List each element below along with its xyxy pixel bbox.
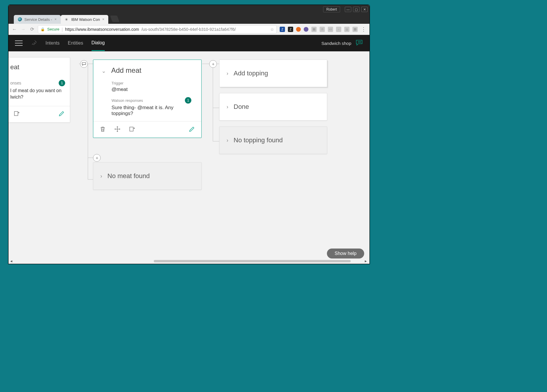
node-title: No topping found bbox=[234, 136, 283, 144]
window-close-button[interactable]: ✕ bbox=[361, 7, 368, 12]
tab-title: IBM Watson Con bbox=[71, 17, 100, 22]
browser-toolbar: ← → ⟳ 🔒 Secure | https://www.ibmwatsonco… bbox=[9, 24, 369, 35]
connector-line bbox=[88, 64, 88, 158]
svg-point-2 bbox=[360, 42, 361, 42]
browser-tab-service-details[interactable]: Service Details - × bbox=[14, 15, 61, 24]
node-title: Add meat bbox=[111, 66, 141, 75]
dialog-node-done[interactable]: › Done bbox=[219, 93, 327, 121]
watson-favicon-icon bbox=[65, 17, 69, 21]
delete-node-icon[interactable] bbox=[99, 126, 106, 134]
dialog-node-no-meat-found[interactable]: › No meat found bbox=[93, 162, 202, 190]
window-maximize-button[interactable]: ▢ bbox=[353, 7, 359, 12]
extension-monitor-icon[interactable]: ▭ bbox=[328, 27, 333, 32]
node-dialog-anchor-button[interactable] bbox=[80, 60, 88, 68]
scroll-track[interactable] bbox=[13, 260, 365, 263]
connector-line bbox=[88, 158, 93, 158]
nav-intents[interactable]: Intents bbox=[45, 36, 60, 50]
connector-line bbox=[88, 179, 93, 180]
edit-node-icon[interactable] bbox=[58, 110, 65, 118]
build-tools-icon[interactable] bbox=[31, 39, 37, 47]
extensions-row: Z Z ▦ ⧈ ▭ ◦ ◘ ▩ ⋮ bbox=[280, 26, 367, 33]
nav-back-icon[interactable]: ← bbox=[11, 27, 17, 32]
node-title: No meat found bbox=[107, 172, 150, 180]
scroll-thumb[interactable] bbox=[154, 260, 351, 262]
menu-hamburger-icon[interactable] bbox=[15, 40, 23, 46]
nav-reload-icon[interactable]: ⟳ bbox=[29, 26, 35, 32]
extension-purple-icon[interactable] bbox=[304, 27, 308, 32]
chevron-right-icon: › bbox=[100, 173, 102, 179]
responses-label-fragment: onses bbox=[10, 81, 21, 85]
dialog-node-add-topping[interactable]: › Add topping bbox=[219, 60, 327, 87]
add-child-node-button[interactable]: ＋ bbox=[209, 60, 217, 68]
nav-forward-icon[interactable]: → bbox=[20, 27, 26, 32]
try-it-chat-icon[interactable] bbox=[355, 39, 363, 47]
connector-line bbox=[213, 64, 213, 141]
os-titlebar: Robert — ▢ ✕ bbox=[9, 5, 369, 14]
connector-line bbox=[213, 108, 220, 108]
chevron-right-icon: › bbox=[227, 104, 228, 110]
export-node-icon[interactable] bbox=[13, 110, 20, 118]
bookmark-star-icon[interactable]: ☆ bbox=[270, 27, 274, 32]
url-path: /us-south/3478258e-b450-44ef-b310-921a1f… bbox=[141, 27, 236, 32]
responses-count-badge: 1 bbox=[185, 97, 191, 104]
dialog-node-no-topping-found[interactable]: › No topping found bbox=[219, 126, 327, 154]
trigger-value: @meat bbox=[112, 87, 191, 92]
trigger-label: Trigger bbox=[112, 81, 191, 85]
response-text-fragment: l of meat do you want on lwich? bbox=[9, 87, 70, 106]
dialog-node-parent-partial[interactable]: eat onses 1 l of meat do you want on lwi… bbox=[9, 57, 70, 123]
dialog-canvas[interactable]: ＋ ＋ eat onses 1 l of meat do you want on… bbox=[9, 51, 369, 264]
workspace-name: Sandwich shop bbox=[321, 41, 351, 46]
add-sibling-node-button[interactable]: ＋ bbox=[93, 154, 101, 162]
extension-pocket-icon[interactable]: ◘ bbox=[344, 27, 350, 32]
chevron-right-icon: › bbox=[227, 137, 228, 143]
address-bar[interactable]: 🔒 Secure | https://www.ibmwatsonconversa… bbox=[38, 25, 277, 33]
secure-label: Secure bbox=[47, 27, 59, 31]
connector-line bbox=[88, 158, 88, 179]
response-text: Sure thing- @meat it is. Any toppings? bbox=[112, 105, 191, 116]
chevron-down-icon[interactable]: ⌄ bbox=[102, 68, 106, 74]
scroll-left-icon[interactable]: ◀ bbox=[10, 260, 13, 263]
chevron-right-icon: › bbox=[227, 70, 228, 77]
dialog-node-add-meat[interactable]: ⌄ Add meat Trigger @meat Watson response… bbox=[93, 60, 202, 138]
browser-tab-watson[interactable]: IBM Watson Con × bbox=[61, 15, 109, 24]
svg-rect-4 bbox=[130, 127, 133, 131]
svg-rect-3 bbox=[14, 111, 18, 116]
responses-count-badge: 1 bbox=[59, 80, 65, 86]
extension-grid-icon[interactable]: ▩ bbox=[352, 27, 358, 32]
nav-entities[interactable]: Entities bbox=[68, 36, 83, 50]
horizontal-scrollbar[interactable]: ◀ ▶ bbox=[10, 259, 368, 263]
chrome-menu-icon[interactable]: ⋮ bbox=[361, 26, 367, 33]
extension-grey-1-icon[interactable]: ▦ bbox=[311, 27, 317, 32]
extension-orange-icon[interactable] bbox=[296, 27, 301, 32]
node-title: Add topping bbox=[234, 70, 268, 77]
url-host: https://www.ibmwatsonconversation.com bbox=[65, 27, 139, 32]
scroll-right-icon[interactable]: ▶ bbox=[365, 260, 368, 263]
addr-separator: | bbox=[62, 27, 63, 32]
extension-camera-icon[interactable]: ◦ bbox=[336, 27, 341, 32]
extension-z-black-icon[interactable]: Z bbox=[288, 27, 293, 32]
show-help-button[interactable]: Show help bbox=[327, 249, 364, 258]
responses-label: Watson responses bbox=[112, 98, 143, 103]
nav-dialog[interactable]: Dialog bbox=[92, 36, 105, 51]
export-node-icon[interactable] bbox=[129, 126, 136, 134]
extension-z-blue-icon[interactable]: Z bbox=[280, 27, 285, 32]
window-minimize-button[interactable]: — bbox=[345, 7, 351, 12]
bluemix-favicon-icon bbox=[18, 17, 22, 21]
extension-dropbox-icon[interactable]: ⧈ bbox=[320, 27, 325, 32]
app-header: Intents Entities Dialog Sandwich shop bbox=[9, 35, 369, 51]
svg-point-0 bbox=[358, 42, 359, 42]
move-node-icon[interactable] bbox=[114, 126, 121, 134]
edit-node-icon[interactable] bbox=[188, 126, 195, 134]
node-title-fragment: eat bbox=[9, 58, 70, 80]
connector-line bbox=[213, 141, 220, 141]
svg-point-1 bbox=[359, 42, 360, 42]
new-tab-button[interactable] bbox=[110, 16, 119, 22]
tab-close-icon[interactable]: × bbox=[102, 17, 104, 21]
node-title: Done bbox=[234, 103, 249, 111]
tab-title: Service Details - bbox=[24, 17, 52, 22]
browser-window: Robert — ▢ ✕ Service Details - × IBM Wat… bbox=[8, 5, 370, 264]
padlock-icon: 🔒 bbox=[40, 27, 45, 31]
os-user-chip: Robert bbox=[323, 6, 340, 12]
browser-tab-row: Service Details - × IBM Watson Con × bbox=[9, 14, 369, 24]
tab-close-icon[interactable]: × bbox=[55, 17, 57, 21]
